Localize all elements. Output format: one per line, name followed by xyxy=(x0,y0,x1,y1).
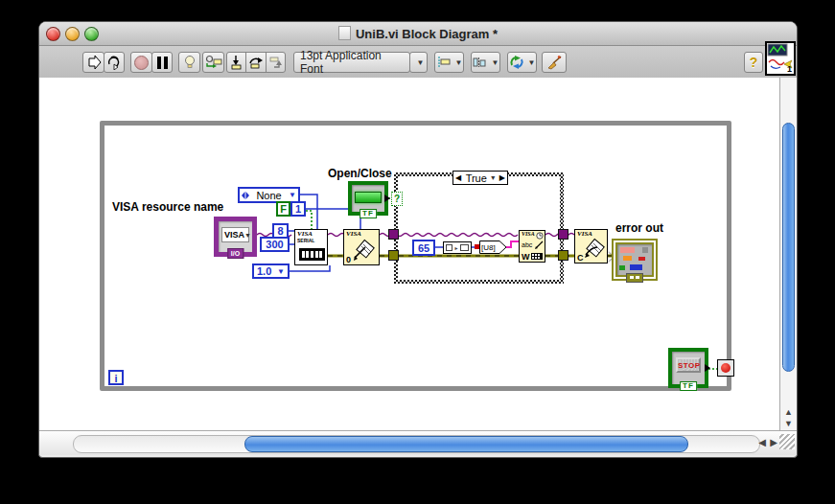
distribute-objects-button[interactable]: ▼ xyxy=(471,52,500,73)
horizontal-scrollbar-track[interactable] xyxy=(73,435,760,453)
byte-array-cast-node[interactable]: [U8] xyxy=(479,241,507,254)
titlebar[interactable]: UniB.vi Block Diagram * xyxy=(39,22,797,46)
visa-buffer-node[interactable]: VISA 0 xyxy=(343,229,380,265)
visa-configure-serial-node[interactable]: VISA SERIAL xyxy=(294,229,328,265)
scroll-right-button[interactable]: ▶ xyxy=(770,437,777,447)
block-diagram-canvas[interactable]: i VISA resource name Open/Close error ou… xyxy=(39,78,779,430)
font-selector[interactable]: 13pt Application Font xyxy=(293,52,410,73)
dip-switch-icon xyxy=(299,248,325,261)
stop-control-body: STOP TF xyxy=(671,351,706,385)
pencil-icon xyxy=(534,241,544,250)
clock-icon xyxy=(536,232,544,240)
vertical-scrollbar[interactable]: ▲ ▼ xyxy=(779,78,797,430)
retain-wire-values-button[interactable] xyxy=(202,52,224,73)
window-resize-grip[interactable] xyxy=(779,434,795,449)
baud-rate-constant[interactable]: 300 xyxy=(260,237,290,252)
pause-button[interactable] xyxy=(151,52,173,73)
enum-spinner-icon xyxy=(242,191,249,200)
parity-value: None xyxy=(256,190,281,201)
write-value-constant[interactable]: 65 xyxy=(412,240,435,256)
toolbar: 13pt Application Font ▼ ▼ ▼ ▼ ? xyxy=(39,46,797,79)
cluster-connector-icon xyxy=(626,273,643,283)
visa-resource-control[interactable]: VISA▼ I/O xyxy=(214,217,257,257)
notepad-pencil-icon xyxy=(352,239,377,263)
case-selector[interactable]: ◀ True ▾ ▶ xyxy=(452,171,508,185)
visa-resource-dropdown[interactable]: VISA▼ xyxy=(221,227,249,242)
vi-icon[interactable]: 1 xyxy=(765,41,796,76)
chevron-down-icon: ▼ xyxy=(528,58,536,67)
chevron-down-icon: ▼ xyxy=(277,267,285,276)
stop-bits-constant[interactable]: 1.0▼ xyxy=(252,263,290,279)
loop-condition-terminal[interactable] xyxy=(717,359,734,377)
visa-close-node[interactable]: VISA C xyxy=(574,229,608,263)
visa-resource-value: VISA xyxy=(224,230,244,240)
open-close-control[interactable]: TF xyxy=(348,181,388,216)
visa-tunnel-left[interactable] xyxy=(388,229,399,240)
close-book-icon xyxy=(582,238,607,263)
boolean-nub-icon xyxy=(705,364,710,372)
align-objects-icon xyxy=(436,56,452,69)
horizontal-scrollbar-thumb[interactable] xyxy=(244,436,688,452)
stop-button-face[interactable]: STOP xyxy=(676,357,701,373)
stop-control[interactable]: STOP TF xyxy=(668,348,708,388)
highlight-execution-button[interactable] xyxy=(178,52,200,73)
keyboard-icon xyxy=(531,253,543,260)
scroll-down-button[interactable]: ▼ xyxy=(780,419,797,428)
case-selector-tunnel[interactable]: ? xyxy=(391,192,403,206)
help-button[interactable]: ? xyxy=(744,52,763,73)
boolean-false-constant[interactable]: F xyxy=(276,201,290,217)
boolean-led[interactable] xyxy=(355,192,382,203)
u8-cast-label: [U8] xyxy=(481,243,496,252)
retain-wires-icon xyxy=(205,55,222,70)
tf-tag: TF xyxy=(360,209,377,218)
error-out-indicator[interactable] xyxy=(612,239,658,281)
run-continuously-button[interactable] xyxy=(104,52,125,73)
chevron-down-icon: ▼ xyxy=(455,58,463,67)
step-into-button[interactable] xyxy=(226,52,246,73)
font-selector-dropdown[interactable]: ▼ xyxy=(409,52,428,73)
font-selector-label: 13pt Application Font xyxy=(300,49,404,76)
broom-icon xyxy=(545,55,563,70)
cluster-status-block xyxy=(620,247,635,253)
vertical-scrollbar-thumb[interactable] xyxy=(782,123,795,372)
horizontal-scrollbar[interactable]: ◀ ▶ xyxy=(39,430,797,455)
reorder-button[interactable]: ▼ xyxy=(507,52,537,73)
serial-node-visa-text: VISA xyxy=(297,230,313,238)
scroll-up-button[interactable]: ▲ xyxy=(780,407,797,417)
help-label: ? xyxy=(750,55,758,70)
window-title: UniB.vi Block Diagram * xyxy=(39,26,797,41)
visa-tunnel-right[interactable] xyxy=(558,229,568,240)
abort-icon xyxy=(134,56,149,70)
build-array-node[interactable]: ▸ xyxy=(443,241,472,254)
error-tunnel-left[interactable] xyxy=(388,250,399,261)
error-tunnel-right[interactable] xyxy=(558,250,568,261)
chevron-down-icon: ▼ xyxy=(289,191,296,199)
step-into-icon xyxy=(229,55,244,70)
align-objects-button[interactable]: ▼ xyxy=(434,52,464,73)
step-out-icon xyxy=(268,55,283,70)
numeric-constant-1[interactable]: 1 xyxy=(290,201,306,217)
array-icon xyxy=(460,244,469,251)
abort-button[interactable] xyxy=(130,52,152,73)
step-over-button[interactable] xyxy=(245,52,267,73)
run-continuously-icon xyxy=(106,55,122,70)
visa-write-node[interactable]: VISA abc W xyxy=(519,230,545,263)
pause-icon xyxy=(157,57,168,69)
visa-resource-control-body: VISA▼ I/O xyxy=(218,220,253,253)
cluster-code-block xyxy=(623,256,632,261)
previous-case-icon[interactable]: ◀ xyxy=(455,173,461,182)
labview-window: UniB.vi Block Diagram * 13 xyxy=(38,21,798,458)
close-node-visa-text: VISA xyxy=(577,230,592,238)
cluster-block xyxy=(619,265,625,270)
document-icon xyxy=(338,26,351,40)
buffer-node-visa-text: VISA xyxy=(346,230,361,238)
scroll-left-button[interactable]: ◀ xyxy=(758,437,766,447)
step-out-button[interactable] xyxy=(266,52,286,73)
stop-condition-icon xyxy=(721,363,731,373)
run-button[interactable] xyxy=(82,52,104,73)
cluster-block xyxy=(638,257,645,261)
next-case-icon[interactable]: ▶ xyxy=(499,173,505,182)
chevron-down-icon[interactable]: ▾ xyxy=(491,173,495,182)
clean-up-diagram-button[interactable] xyxy=(542,52,567,73)
serial-node-serial-text: SERIAL xyxy=(297,238,314,243)
